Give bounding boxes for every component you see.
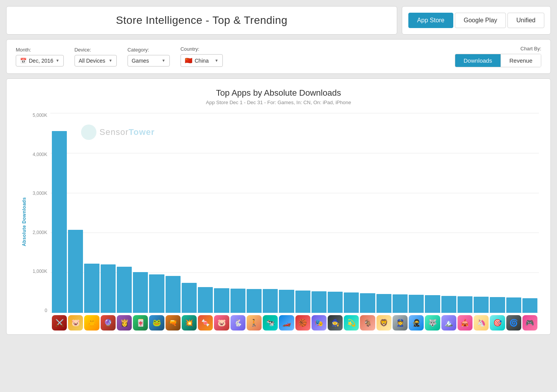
bar-item[interactable]: [52, 131, 67, 313]
china-flag-icon: 🇨🇳: [185, 57, 192, 64]
device-value: All Devices: [79, 58, 105, 64]
bar-item[interactable]: [376, 294, 391, 313]
chart-area: Absolute Downloads 01,000K2,000K3,000K4,…: [18, 113, 539, 331]
bar-item[interactable]: [230, 289, 245, 313]
bar-item[interactable]: [458, 296, 472, 313]
y-tick: 0: [30, 308, 50, 313]
bar-item[interactable]: [133, 272, 148, 313]
bar-item[interactable]: [344, 292, 359, 313]
chart-by-revenue[interactable]: Revenue: [501, 54, 541, 67]
bar-item[interactable]: [441, 296, 456, 313]
device-filter-group: Device: All Devices ▼: [75, 47, 117, 66]
tab-unified[interactable]: Unified: [507, 13, 544, 28]
app-icon: 🎮: [522, 315, 537, 331]
y-tick: 2,000K: [30, 230, 50, 235]
app-icon: 🎭: [312, 315, 327, 331]
bar-item[interactable]: [360, 293, 375, 313]
bar-item[interactable]: [409, 295, 424, 313]
bar-item[interactable]: [279, 290, 294, 313]
app-icon: 🐥: [84, 315, 99, 331]
chart-by-downloads[interactable]: Downloads: [455, 54, 501, 67]
chevron-down-icon: ▼: [109, 58, 113, 63]
device-label: Device:: [75, 47, 117, 53]
y-ticks: 01,000K2,000K3,000K4,000K5,000K: [30, 113, 50, 313]
app-icon: 🦁: [376, 315, 391, 331]
bar-item[interactable]: [425, 295, 440, 313]
y-tick: 1,000K: [30, 269, 50, 274]
bar-item[interactable]: [214, 288, 229, 313]
category-filter-group: Category: Games ▼: [128, 47, 170, 66]
title-box: Store Intelligence - Top & Trending: [6, 6, 397, 35]
bar-item[interactable]: [117, 267, 132, 313]
app-icon: 👮: [393, 315, 408, 331]
bar-item[interactable]: [263, 289, 278, 313]
store-tabs-container: App Store Google Play Unified: [402, 6, 551, 35]
app-icon: 💫: [344, 315, 359, 331]
bars-section: SensorTower: [50, 113, 539, 313]
tab-app-store[interactable]: App Store: [408, 13, 453, 28]
app-icon: 🐇: [230, 315, 245, 331]
chart-panel: Top Apps by Absolute Downloads App Store…: [6, 78, 551, 335]
chevron-down-icon: ▼: [215, 58, 219, 63]
app-icon: 🔮: [101, 315, 116, 331]
chart-inner: 01,000K2,000K3,000K4,000K5,000K SensorTo…: [30, 113, 539, 331]
chart-title: Top Apps by Absolute Downloads: [18, 88, 539, 98]
app-icon: 🀄: [133, 315, 148, 331]
bar-item[interactable]: [101, 264, 116, 313]
country-value: China: [195, 58, 209, 64]
device-select[interactable]: All Devices ▼: [75, 55, 117, 66]
y-axis-label-container: Absolute Downloads: [18, 113, 30, 331]
month-filter-group: Month: 📅 Dec, 2016 ▼: [16, 47, 64, 66]
app-icon: 🥷: [409, 315, 424, 331]
bar-item[interactable]: [474, 297, 489, 313]
bar-item[interactable]: [84, 264, 99, 313]
chart-by-section: Chart By: Downloads Revenue: [455, 46, 541, 67]
app-icon: 💥: [182, 315, 197, 331]
filters-panel: Month: 📅 Dec, 2016 ▼ Device: All Devices…: [6, 39, 551, 74]
bar-item[interactable]: [166, 276, 181, 313]
bar-item[interactable]: [198, 287, 213, 313]
month-label: Month:: [16, 47, 64, 53]
bar-item[interactable]: [522, 298, 537, 313]
bar-item[interactable]: [247, 289, 262, 313]
app-icon: ⚔️: [52, 315, 67, 331]
app-icon: 🏔️: [441, 315, 456, 331]
app-icon: 🐐: [360, 315, 375, 331]
chart-by-label: Chart By:: [521, 46, 541, 51]
bar-item[interactable]: [295, 291, 310, 313]
country-select[interactable]: 🇨🇳 China ▼: [181, 54, 223, 67]
chart-by-buttons: Downloads Revenue: [455, 54, 541, 67]
bar-item[interactable]: [182, 283, 197, 313]
app-icon: 🌀: [506, 315, 521, 331]
month-select[interactable]: 📅 Dec, 2016 ▼: [16, 55, 64, 66]
bars-container: [50, 113, 539, 313]
filters-left: Month: 📅 Dec, 2016 ▼ Device: All Devices…: [16, 46, 223, 67]
bar-item[interactable]: [68, 230, 83, 313]
app-icon: 🍬: [198, 315, 213, 331]
bar-item[interactable]: [149, 274, 164, 313]
x-axis-icons: ⚔️🐷🐥🔮👸🀄🐸🔫💥🍬🐷🐇🚶🐄🏎️🏀🎭🧙💫🐐🦁👮🥷🐺🏔️🎪🦄🎯🌀🎮: [50, 313, 539, 331]
bar-item[interactable]: [506, 297, 521, 313]
app-icon: 🐷: [68, 315, 83, 331]
app-icon: 🏎️: [279, 315, 294, 331]
app-icon: 🐷: [214, 315, 229, 331]
bar-item[interactable]: [312, 291, 327, 313]
month-value: Dec, 2016: [29, 58, 53, 64]
app-icon: 🐄: [263, 315, 278, 331]
app-icon: 🦄: [474, 315, 489, 331]
bar-item[interactable]: [328, 292, 343, 313]
category-select[interactable]: Games ▼: [128, 55, 170, 66]
app-icon: 🐸: [149, 315, 164, 331]
chart-subtitle: App Store Dec 1 - Dec 31 - For: Games, I…: [18, 100, 539, 105]
app-icon: 🔫: [166, 315, 181, 331]
country-label: Country:: [181, 46, 223, 52]
y-tick: 4,000K: [30, 152, 50, 157]
category-value: Games: [132, 58, 149, 64]
app-icon: 🧙: [328, 315, 343, 331]
bar-item[interactable]: [490, 297, 505, 313]
bar-item[interactable]: [393, 294, 408, 313]
app-icon: 🎯: [490, 315, 505, 331]
app-icon: 🐺: [425, 315, 440, 331]
page-title: Store Intelligence - Top & Trending: [116, 14, 288, 27]
tab-google-play[interactable]: Google Play: [455, 13, 506, 28]
